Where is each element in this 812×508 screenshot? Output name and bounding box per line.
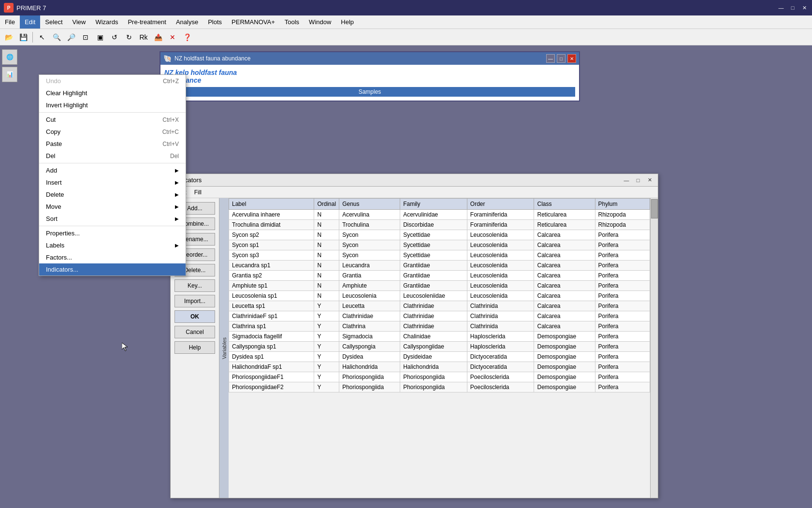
- restore-button[interactable]: □: [789, 4, 797, 12]
- table-row[interactable]: PhoriospongiidaeF1 Y Phoriospongiida Pho…: [229, 372, 650, 382]
- indicators-minimize[interactable]: —: [622, 176, 631, 185]
- col-header-ordinal[interactable]: Ordinal: [314, 199, 339, 210]
- toolbar-zoom-fit[interactable]: ⊡: [79, 30, 92, 44]
- menu-properties[interactable]: Properties...: [39, 227, 186, 239]
- menu-plots[interactable]: Plots: [203, 15, 227, 29]
- menu-view[interactable]: View: [68, 15, 91, 29]
- menu-sort[interactable]: Sort ▶: [39, 213, 186, 225]
- table-row[interactable]: Acervulina inhaere N Acervulina Acervuli…: [229, 210, 650, 220]
- toolbar-special[interactable]: Rk: [137, 30, 150, 44]
- toolbar-help[interactable]: ❓: [180, 30, 194, 44]
- toolbar-open[interactable]: 📂: [2, 30, 15, 44]
- table-row[interactable]: Sycon sp3 N Sycon Sycettidae Leucosoleni…: [229, 250, 650, 261]
- indicators-window: Indicators — □ ✕ Edit Fill Add... Combin…: [170, 174, 658, 498]
- table-row[interactable]: Callyspongia sp1 Y Callyspongia Callyspo…: [229, 342, 650, 352]
- table-row[interactable]: Sycon sp1 N Sycon Sycettidae Leucosoleni…: [229, 240, 650, 250]
- col-header-label[interactable]: Label: [229, 199, 314, 210]
- cell-family: Chalinidae: [400, 332, 467, 342]
- cell-phylum: Porifera: [595, 271, 650, 281]
- help-button[interactable]: Help: [174, 341, 215, 354]
- cell-genus: Sycon: [339, 240, 400, 250]
- menu-insert[interactable]: Insert ▶: [39, 176, 186, 189]
- data-icon[interactable]: 📊: [2, 67, 17, 82]
- menu-factors[interactable]: Factors...: [39, 251, 186, 263]
- menu-select[interactable]: Select: [40, 15, 67, 29]
- menu-undo[interactable]: Undo Ctrl+Z: [39, 75, 186, 87]
- menu-invert-highlight[interactable]: Invert Highlight: [39, 99, 186, 111]
- menu-edit[interactable]: Edit: [20, 15, 40, 29]
- table-row[interactable]: Sycon sp2 N Sycon Sycettidae Leucosoleni…: [229, 230, 650, 240]
- menu-indicators[interactable]: Indicators...: [39, 263, 186, 276]
- menu-wizards[interactable]: Wizards: [90, 15, 123, 29]
- table-scrollbar[interactable]: [650, 198, 658, 498]
- cell-ordinal: Y: [314, 332, 339, 342]
- menu-window[interactable]: Window: [304, 15, 336, 29]
- toolbar-zoom-out[interactable]: 🔎: [64, 30, 78, 44]
- holdfast-minimize[interactable]: —: [546, 54, 555, 63]
- menu-labels[interactable]: Labels ▶: [39, 239, 186, 251]
- holdfast-close[interactable]: ✕: [567, 54, 576, 63]
- table-row[interactable]: Leucosolenia sp1 N Leucosolenia Leucosol…: [229, 291, 650, 301]
- menu-analyse[interactable]: Analyse: [171, 15, 203, 29]
- table-row[interactable]: HalichondridaF sp1 Y Halichondrida Halic…: [229, 362, 650, 372]
- table-row[interactable]: PhoriospongiidaeF2 Y Phoriospongiida Pho…: [229, 382, 650, 392]
- indicators-table[interactable]: Label Ordinal Genus Family Order Class P…: [229, 198, 650, 498]
- table-row[interactable]: Leucandra sp1 N Leucandra Grantiidae Leu…: [229, 261, 650, 271]
- table-row[interactable]: Sigmadocia flagellif Y Sigmadocia Chalin…: [229, 332, 650, 342]
- indicators-menu-fill[interactable]: Fill: [190, 188, 205, 197]
- menu-delete[interactable]: Delete ▶: [39, 189, 186, 201]
- menu-cut[interactable]: Cut Ctrl+X: [39, 114, 186, 126]
- toolbar-delete[interactable]: ✕: [166, 30, 179, 44]
- close-button[interactable]: ✕: [800, 4, 808, 12]
- menu-clear-highlight[interactable]: Clear Highlight: [39, 87, 186, 99]
- menu-move[interactable]: Move ▶: [39, 201, 186, 213]
- menu-permanova[interactable]: PERMANOVA+: [227, 15, 280, 29]
- indicators-restore[interactable]: □: [634, 176, 642, 185]
- cell-class: Calcarea: [534, 230, 595, 240]
- table-row[interactable]: ClathrinidaeF sp1 Y Clathrinidae Clathri…: [229, 311, 650, 321]
- indicators-close[interactable]: ✕: [645, 176, 654, 185]
- toolbar-select[interactable]: ↖: [35, 30, 49, 44]
- minimize-button[interactable]: —: [777, 4, 785, 12]
- cancel-button[interactable]: Cancel: [174, 326, 215, 338]
- col-header-family[interactable]: Family: [400, 199, 467, 210]
- toolbar-export[interactable]: 📤: [151, 30, 165, 44]
- world-icon[interactable]: 🌐: [2, 49, 17, 65]
- toolbar-refresh[interactable]: ↺: [108, 30, 121, 44]
- menu-del[interactable]: Del Del: [39, 150, 186, 162]
- col-header-genus[interactable]: Genus: [339, 199, 400, 210]
- table-row[interactable]: Trochulina dimidiat N Trochulina Discorb…: [229, 220, 650, 230]
- import-button[interactable]: Import...: [174, 295, 215, 307]
- col-header-order[interactable]: Order: [467, 199, 534, 210]
- menu-tools[interactable]: Tools: [280, 15, 304, 29]
- col-header-phylum[interactable]: Phylum: [595, 199, 650, 210]
- cell-order: Clathrinida: [467, 321, 534, 332]
- col-header-class[interactable]: Class: [534, 199, 595, 210]
- toolbar-flip[interactable]: ↻: [122, 30, 136, 44]
- cell-phylum: Rhizopoda: [595, 220, 650, 230]
- cell-phylum: Porifera: [595, 301, 650, 311]
- svg-marker-0: [122, 343, 128, 351]
- key-button[interactable]: Key...: [174, 279, 215, 292]
- holdfast-restore[interactable]: □: [557, 54, 566, 63]
- menu-paste[interactable]: Paste Ctrl+V: [39, 138, 186, 150]
- menu-copy[interactable]: Copy Ctrl+C: [39, 126, 186, 138]
- table-row[interactable]: Amphiute sp1 N Amphiute Grantiidae Leuco…: [229, 281, 650, 291]
- table-row[interactable]: Clathrina sp1 Y Clathrina Clathrinidae C…: [229, 321, 650, 332]
- cell-label: Leucosolenia sp1: [229, 291, 314, 301]
- menu-sep3: [39, 226, 186, 226]
- menu-pre-treatment[interactable]: Pre-treatment: [123, 15, 171, 29]
- menu-help[interactable]: Help: [336, 15, 359, 29]
- toolbar-zoom-in[interactable]: 🔍: [50, 30, 63, 44]
- scrollbar-thumb[interactable]: [651, 199, 658, 218]
- table-row[interactable]: Dysidea sp1 Y Dysidea Dysideidae Dictyoc…: [229, 352, 650, 362]
- toolbar-save[interactable]: 💾: [16, 30, 30, 44]
- toolbar-zoom-rect[interactable]: ▣: [93, 30, 107, 44]
- menu-add[interactable]: Add ▶: [39, 164, 186, 176]
- cell-phylum: Porifera: [595, 281, 650, 291]
- menu-file[interactable]: File: [0, 15, 20, 29]
- cell-class: Demospongiae: [534, 352, 595, 362]
- table-row[interactable]: Leucetta sp1 Y Leucetta Clathrinidae Cla…: [229, 301, 650, 311]
- ok-button[interactable]: OK: [174, 310, 215, 323]
- table-row[interactable]: Grantia sp2 N Grantia Grantiidae Leucoso…: [229, 271, 650, 281]
